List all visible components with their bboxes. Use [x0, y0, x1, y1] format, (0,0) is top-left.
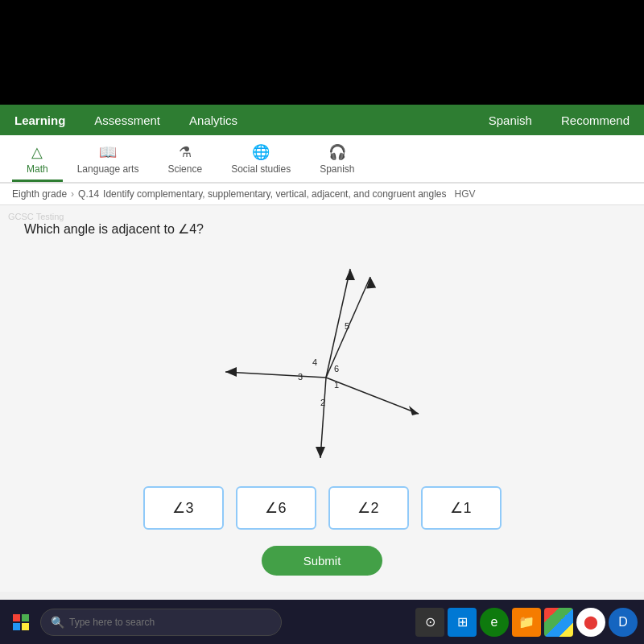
tab-math[interactable]: △ Math [12, 138, 63, 182]
label-4: 4 [312, 357, 317, 367]
label-2: 2 [320, 398, 325, 407]
start-button[interactable] [6, 608, 35, 637]
spanish-icon: 🎧 [328, 143, 346, 161]
svg-marker-5 [225, 367, 237, 377]
social-studies-icon: 🌐 [252, 143, 270, 161]
svg-rect-10 [13, 614, 20, 621]
taskbar-search[interactable]: 🔍 [40, 609, 282, 636]
label-1: 1 [334, 380, 339, 390]
top-navigation: Learning Assessment Analytics Spanish Re… [0, 105, 644, 135]
taskbar-icon-apps[interactable] [544, 608, 573, 637]
angle-diagram: 5 4 6 3 1 2 [201, 253, 443, 462]
svg-line-4 [225, 372, 326, 378]
nav-recommend[interactable]: Recommend [555, 110, 636, 130]
svg-line-6 [326, 378, 419, 414]
taskbar-icon-edge[interactable]: e [480, 608, 509, 637]
label-5: 5 [345, 321, 349, 331]
question-text: Which angle is adjacent to ∠4? [24, 221, 620, 237]
language-arts-icon: 📖 [99, 143, 117, 161]
taskbar-icon-store[interactable]: ⊞ [448, 608, 477, 637]
breadcrumb-grade[interactable]: Eighth grade [12, 188, 67, 200]
breadcrumb-question-id: Q.14 [78, 188, 99, 200]
svg-rect-12 [13, 623, 20, 630]
windows-icon [13, 614, 29, 630]
taskbar: 🔍 ⊙ ⊞ e 📁 ⬤ D [0, 600, 644, 644]
label-3: 3 [298, 372, 303, 382]
tab-science[interactable]: ⚗ Science [153, 138, 217, 182]
submit-area: Submit [24, 546, 620, 576]
subject-tabs: △ Math 📖 Language arts ⚗ Science 🌐 Socia… [0, 135, 644, 184]
nav-analytics[interactable]: Analytics [183, 110, 244, 130]
breadcrumb-code: HGV [455, 188, 476, 200]
answer-choices: ∠3 ∠6 ∠2 ∠1 [24, 486, 620, 530]
svg-rect-11 [22, 614, 29, 621]
taskbar-icons: ⊙ ⊞ e 📁 ⬤ D [415, 608, 638, 637]
answer-angle3[interactable]: ∠3 [143, 486, 224, 530]
svg-rect-13 [22, 623, 29, 630]
tab-social-studies-label: Social studies [231, 163, 291, 175]
tab-language-arts[interactable]: 📖 Language arts [63, 138, 154, 182]
taskbar-icon-app2[interactable]: D [609, 608, 638, 637]
label-6: 6 [334, 364, 339, 374]
taskbar-icon-cortana[interactable]: ⊙ [415, 608, 444, 637]
nav-learning[interactable]: Learning [8, 110, 72, 130]
nav-assessment[interactable]: Assessment [88, 110, 167, 130]
taskbar-icon-folder[interactable]: 📁 [512, 608, 541, 637]
breadcrumb-sep: › [71, 188, 74, 200]
submit-button[interactable]: Submit [262, 546, 382, 576]
svg-marker-1 [365, 276, 376, 288]
svg-marker-3 [345, 269, 355, 280]
science-icon: ⚗ [179, 143, 192, 161]
tab-spanish-label: Spanish [320, 163, 354, 175]
search-input[interactable] [69, 617, 271, 628]
diagram-container: 5 4 6 3 1 2 [24, 253, 620, 462]
tab-language-arts-label: Language arts [77, 163, 139, 175]
search-icon: 🔍 [51, 616, 64, 629]
svg-marker-9 [316, 447, 325, 458]
answer-angle6[interactable]: ∠6 [236, 486, 316, 530]
breadcrumb-question-title: Identify complementary, supplementary, v… [103, 188, 446, 200]
answer-angle2[interactable]: ∠2 [328, 486, 409, 530]
tab-social-studies[interactable]: 🌐 Social studies [217, 138, 305, 182]
svg-line-8 [320, 378, 326, 458]
tab-math-label: Math [27, 163, 48, 175]
nav-spanish[interactable]: Spanish [482, 110, 539, 130]
tab-spanish[interactable]: 🎧 Spanish [305, 138, 369, 182]
main-content: Which angle is adjacent to ∠4? [0, 205, 644, 592]
tab-science-label: Science [167, 163, 202, 175]
taskbar-icon-chrome[interactable]: ⬤ [576, 608, 605, 637]
gcsc-label: GCSC Testing [8, 212, 64, 221]
answer-angle1[interactable]: ∠1 [421, 486, 502, 530]
math-icon: △ [31, 143, 43, 161]
breadcrumb: Eighth grade › Q.14 Identify complementa… [0, 184, 644, 205]
